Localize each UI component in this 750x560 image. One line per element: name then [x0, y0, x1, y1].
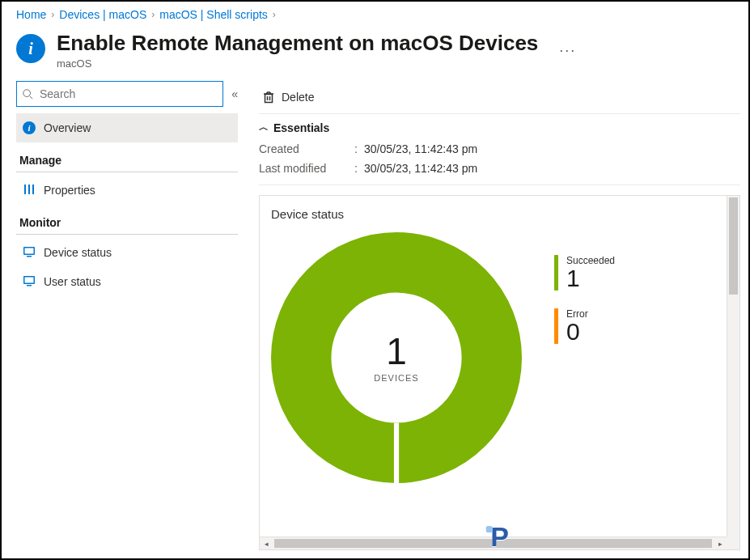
breadcrumb-home[interactable]: Home — [16, 8, 46, 21]
legend-item-error: Error 0 — [554, 308, 615, 344]
scrollbar-thumb[interactable] — [729, 197, 738, 295]
legend-value: 0 — [566, 320, 588, 344]
essentials-toggle[interactable]: ︿ Essentials — [259, 113, 740, 139]
collapse-sidebar-button[interactable]: « — [231, 87, 238, 100]
sidebar: « i Overview Manage Properties Monitor D… — [2, 81, 244, 550]
svg-line-1 — [30, 96, 33, 100]
scrollbar-thumb[interactable] — [274, 539, 712, 548]
sidebar-item-device-status[interactable]: Device status — [16, 238, 238, 267]
page-title: Enable Remote Management on macOS Device… — [57, 31, 538, 56]
donut-center-label: DEVICES — [374, 373, 418, 383]
legend-value: 1 — [566, 266, 615, 291]
field-label: Last modified — [259, 162, 348, 175]
sidebar-item-label: Device status — [44, 246, 112, 259]
essentials-heading: Essentials — [273, 121, 329, 134]
sidebar-item-properties[interactable]: Properties — [16, 176, 238, 205]
svg-rect-10 — [27, 285, 32, 286]
search-input[interactable] — [38, 87, 218, 101]
info-icon: i — [16, 34, 45, 63]
trash-icon — [262, 91, 275, 104]
chart-legend: Succeeded 1 Error 0 — [554, 255, 615, 344]
main-content: Delete ︿ Essentials Created : 30/05/23, … — [244, 81, 748, 550]
sidebar-item-overview[interactable]: i Overview — [16, 113, 238, 142]
field-value: 30/05/23, 11:42:43 pm — [364, 142, 477, 155]
svg-point-0 — [23, 90, 31, 97]
delete-button[interactable]: Delete — [259, 87, 317, 107]
breadcrumb: Home › Devices | macOS › macOS | Shell s… — [2, 2, 748, 24]
search-icon — [22, 88, 33, 100]
sidebar-item-user-status[interactable]: User status — [16, 267, 238, 296]
svg-rect-11 — [265, 95, 273, 103]
device-status-card: Device status 1 DEVICES — [259, 195, 740, 550]
field-label: Created — [259, 142, 348, 155]
donut-chart: 1 DEVICES — [271, 232, 522, 483]
button-label: Delete — [282, 91, 314, 104]
field-value: 30/05/23, 11:42:43 pm — [364, 162, 477, 175]
sidebar-group-manage: Manage — [16, 142, 238, 172]
sidebar-item-label: Properties — [44, 184, 95, 197]
essentials-row-created: Created : 30/05/23, 11:42:43 pm — [259, 139, 740, 159]
horizontal-scrollbar[interactable]: ◂ ▸ — [260, 537, 727, 549]
legend-item-succeeded: Succeeded 1 — [554, 255, 615, 291]
svg-rect-7 — [27, 256, 32, 257]
breadcrumb-devices-macos[interactable]: Devices | macOS — [59, 8, 146, 21]
chevron-right-icon: › — [151, 9, 155, 20]
vertical-scrollbar[interactable] — [727, 196, 739, 537]
command-bar: Delete — [259, 81, 740, 113]
legend-color-error — [554, 308, 558, 344]
svg-rect-9 — [25, 277, 34, 282]
chevron-right-icon: › — [273, 9, 276, 20]
chevron-up-icon: ︿ — [259, 121, 269, 134]
sidebar-group-monitor: Monitor — [16, 205, 238, 235]
page-subtitle: macOS — [57, 57, 538, 70]
breadcrumb-shell-scripts[interactable]: macOS | Shell scripts — [159, 8, 268, 21]
page-header: i Enable Remote Management on macOS Devi… — [2, 24, 748, 81]
monitor-icon — [23, 245, 36, 261]
scroll-left-icon[interactable]: ◂ — [260, 537, 273, 549]
donut-center-value: 1 — [386, 333, 407, 370]
search-input-wrapper[interactable] — [16, 81, 223, 107]
scrollbar-corner — [727, 537, 739, 549]
essentials-block: Created : 30/05/23, 11:42:43 pm Last mod… — [259, 139, 740, 185]
sidebar-item-label: Overview — [44, 121, 91, 134]
chevron-right-icon: › — [51, 9, 54, 20]
info-icon: i — [23, 121, 36, 134]
svg-rect-6 — [25, 248, 34, 253]
card-title: Device status — [271, 207, 722, 221]
properties-icon — [23, 183, 36, 198]
sidebar-item-label: User status — [44, 275, 101, 288]
monitor-icon — [23, 274, 36, 290]
essentials-row-modified: Last modified : 30/05/23, 11:42:43 pm — [259, 159, 740, 178]
more-actions-button[interactable]: ··· — [559, 42, 576, 59]
legend-color-succeeded — [554, 255, 558, 291]
scroll-right-icon[interactable]: ▸ — [714, 537, 727, 549]
